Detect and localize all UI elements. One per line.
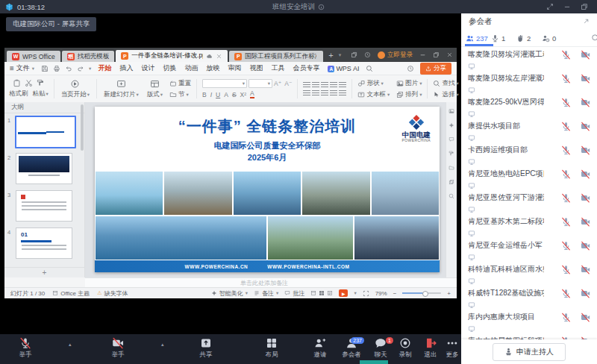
grow-font-button[interactable]: A⁺	[274, 80, 281, 87]
camera-muted-icon[interactable]	[581, 169, 590, 179]
wps-menu-工具[interactable]: 工具	[271, 63, 284, 73]
camera-muted-icon[interactable]	[581, 98, 590, 107]
font-color-button[interactable]: A	[250, 90, 254, 98]
wps-login[interactable]: 立即登录	[378, 51, 413, 60]
align-format-icon[interactable]	[339, 90, 346, 96]
wps-menu-动画[interactable]: 动画	[184, 63, 198, 73]
pin-window-icon[interactable]	[351, 51, 357, 58]
stat-mic[interactable]: 1	[491, 34, 516, 43]
slideshow-play-button[interactable]: ▶	[339, 289, 348, 297]
mic-options-caret-icon[interactable]: ▴	[69, 342, 72, 348]
slide-canvas[interactable]: “一件事” 全链条整治培训 电建国际公司质量安全环保部 2025年6月 中国电建…	[95, 107, 440, 272]
select-button[interactable]: 选择▾	[433, 90, 458, 99]
slide-thumbnail-4[interactable]: 01	[16, 228, 72, 259]
sidebar-tool-icon[interactable]	[448, 122, 454, 128]
mic-muted-icon[interactable]	[561, 265, 571, 274]
new-tab-button[interactable]: +	[328, 51, 333, 60]
shapes-button[interactable]: 形状▾	[357, 79, 390, 88]
stat-hand[interactable]: 2	[516, 34, 542, 43]
camera-muted-icon[interactable]	[581, 313, 590, 322]
font-style-i[interactable]: I	[210, 91, 212, 98]
toolbar-exit-button[interactable]: 退出	[419, 337, 443, 360]
sidebar-tool-icon[interactable]	[448, 136, 454, 142]
wps-menu-插入[interactable]: 插入	[119, 63, 133, 73]
participant-row[interactable]: 科威特T1282基础设施项目	[461, 286, 597, 310]
mic-muted-icon[interactable]	[561, 217, 571, 227]
participant-row[interactable]: 肯尼亚年金运维岳小军	[461, 238, 597, 262]
slide-thumbnail-3[interactable]	[16, 190, 72, 222]
textbox-button[interactable]: 文本框▾	[357, 90, 390, 99]
print-icon[interactable]	[53, 65, 60, 72]
quick-access-chevron-icon[interactable]: ▾	[89, 66, 91, 72]
section-button[interactable]: 节▾	[169, 90, 191, 99]
font-style-x²[interactable]: X²	[240, 91, 247, 98]
wps-doc-tab-active[interactable]: P 一件事全链条培训-修改.pptx	[116, 50, 228, 62]
apply-host-button[interactable]: 申请主持人	[493, 343, 566, 361]
mic-muted-icon[interactable]	[561, 145, 571, 155]
sidebar-tool-icon[interactable]	[448, 151, 454, 157]
mic-muted-icon[interactable]	[561, 50, 571, 60]
font-style-s[interactable]: S	[232, 91, 237, 98]
new-slide-button[interactable]: 新建幻灯片▾	[102, 79, 140, 99]
mic-muted-icon[interactable]	[561, 313, 571, 322]
arrange-button[interactable]: 排列▾	[396, 90, 422, 99]
mic-muted-icon[interactable]	[561, 169, 571, 179]
camera-muted-icon[interactable]	[581, 217, 590, 227]
undo-icon[interactable]	[65, 65, 72, 72]
sidebar-tool-icon[interactable]	[448, 179, 454, 185]
toolbar-invite-button[interactable]: 邀请	[306, 337, 334, 360]
list-format-icon[interactable]	[312, 82, 319, 88]
view-read-icon[interactable]	[327, 290, 333, 296]
align-format-icon[interactable]	[330, 90, 337, 96]
settings-icon[interactable]	[364, 51, 371, 58]
mic-muted-icon[interactable]	[561, 289, 571, 298]
thumbnail-scrollbar[interactable]	[81, 104, 84, 151]
toolbar-camera-button[interactable]: 举手	[101, 337, 134, 360]
wps-menu-设计[interactable]: 设计	[141, 63, 154, 73]
wps-doc-tab[interactable]: P 国际工程项目系列工作标准应用培训	[229, 51, 323, 62]
theme-indicator[interactable]: Office 主题	[52, 289, 90, 298]
stat-people[interactable]: 237	[466, 34, 491, 43]
history-icon[interactable]	[407, 65, 414, 72]
comments-button[interactable]: 批注	[284, 289, 304, 298]
toolbar-share-screen-button[interactable]: 共享	[190, 337, 222, 360]
toolbar-mic-button[interactable]: 举手	[9, 337, 42, 360]
align-format-icon[interactable]	[321, 90, 328, 96]
participant-row[interactable]: 库内内惠康大坝项目	[461, 310, 597, 333]
slide-thumbnail-2[interactable]	[16, 153, 72, 184]
camera-muted-icon[interactable]	[581, 50, 590, 60]
font-style-u[interactable]: U	[216, 91, 220, 98]
toolbar-participants-button[interactable]: 237 参会者	[336, 337, 367, 360]
participant-row[interactable]: 康提供水项目部	[461, 119, 597, 142]
format-painter-button[interactable]: 格式刷	[9, 90, 28, 98]
wps-menu-审阅[interactable]: 审阅	[228, 63, 241, 73]
toolbar-layout-button[interactable]: 布局	[255, 337, 288, 360]
mic-muted-icon[interactable]	[561, 98, 571, 107]
redo-icon[interactable]	[77, 65, 84, 72]
mic-muted-icon[interactable]	[561, 193, 571, 203]
participant-row[interactable]: 科特迪瓦科科迪区雨水整...	[461, 262, 597, 286]
play-from-current-button[interactable]: 当页开始▾	[60, 79, 91, 99]
cut-icon[interactable]	[25, 79, 33, 87]
align-format-icon[interactable]	[303, 90, 310, 96]
popout-panel-icon[interactable]	[582, 18, 590, 25]
camera-muted-icon[interactable]	[581, 122, 590, 131]
camera-options-caret-icon[interactable]: ▴	[161, 342, 164, 348]
fullscreen-icon[interactable]	[363, 290, 369, 297]
wps-docer-tab[interactable]: 稻 找稻壳模板	[62, 51, 115, 62]
camera-muted-icon[interactable]	[581, 289, 590, 298]
exit-fullscreen-icon[interactable]	[546, 3, 554, 10]
add-slide-button[interactable]: +	[4, 267, 84, 277]
close-tab-icon[interactable]	[216, 53, 222, 60]
list-format-icon[interactable]	[330, 82, 337, 88]
reset-button[interactable]: 重置	[169, 79, 191, 88]
align-format-icon[interactable]	[312, 90, 319, 96]
format-painter-icon[interactable]	[37, 79, 45, 87]
camera-muted-icon[interactable]	[581, 193, 590, 203]
wps-close-icon[interactable]	[446, 51, 453, 58]
view-sorter-icon[interactable]	[319, 290, 325, 296]
toolbar-record-button[interactable]: 录制	[393, 337, 417, 360]
camera-muted-icon[interactable]	[581, 145, 590, 155]
popout-window-icon[interactable]	[581, 3, 588, 10]
ribbon-search-icon[interactable]	[366, 65, 373, 72]
